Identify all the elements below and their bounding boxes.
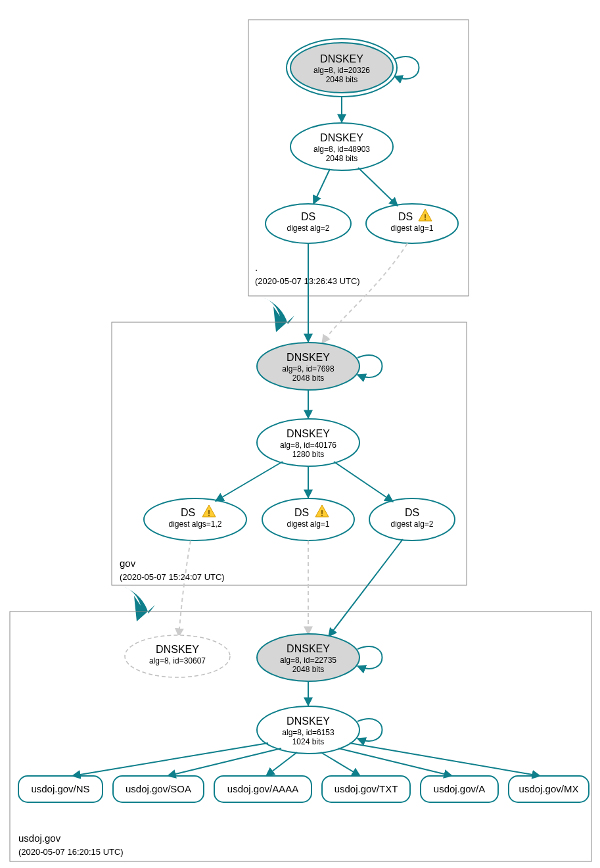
svg-text:!: !: [424, 213, 427, 222]
svg-text:usdoj.gov/NS: usdoj.gov/NS: [31, 783, 89, 794]
rrset-a[interactable]: usdoj.gov/A: [421, 776, 498, 802]
svg-text:usdoj.gov/SOA: usdoj.gov/SOA: [126, 783, 191, 794]
rrset-soa[interactable]: usdoj.gov/SOA: [113, 776, 204, 802]
svg-text:DS: DS: [405, 507, 419, 518]
svg-text:DNSKEY: DNSKEY: [287, 428, 330, 439]
svg-text:(2020-05-07 15:24:07 UTC): (2020-05-07 15:24:07 UTC): [120, 572, 225, 582]
svg-text:alg=8, id=48903: alg=8, id=48903: [313, 145, 370, 154]
svg-text:!: !: [208, 509, 210, 518]
svg-text:DS: DS: [398, 211, 413, 222]
edge-zsk-txt: [321, 752, 360, 776]
svg-text:alg=8, id=6153: alg=8, id=6153: [282, 728, 335, 737]
node-root-ds1[interactable]: DS digest alg=1 !: [366, 204, 458, 243]
node-gov-ksk[interactable]: DNSKEY alg=8, id=7698 2048 bits: [257, 343, 359, 390]
dnssec-graph: . (2020-05-07 13:26:43 UTC) DNSKEY alg=8…: [0, 0, 600, 868]
node-gov-ds12[interactable]: DS digest algs=1,2 !: [144, 498, 246, 541]
node-usdoj-ksk[interactable]: DNSKEY alg=8, id=22735 2048 bits: [257, 634, 359, 681]
svg-text:2048 bits: 2048 bits: [326, 154, 358, 163]
svg-text:digest algs=1,2: digest algs=1,2: [168, 519, 221, 529]
svg-text:DNSKEY: DNSKEY: [287, 715, 330, 727]
edge-root-zsk-ds1: [358, 168, 398, 206]
rrset-aaaa[interactable]: usdoj.gov/AAAA: [214, 776, 312, 802]
zone-root-timestamp: (2020-05-07 13:26:43 UTC): [255, 276, 360, 286]
svg-text:digest alg=1: digest alg=1: [390, 224, 433, 233]
svg-text:alg=8, id=40176: alg=8, id=40176: [280, 441, 336, 450]
svg-text:usdoj.gov/TXT: usdoj.gov/TXT: [335, 783, 398, 794]
node-gov-ds2[interactable]: DS digest alg=2: [369, 498, 455, 541]
edge-usdoj-ksk-self: [358, 646, 382, 669]
rrset-txt[interactable]: usdoj.gov/TXT: [322, 776, 410, 802]
edge-root-ds1-gov-ksk: [322, 243, 407, 343]
svg-text:1280 bits: 1280 bits: [292, 450, 325, 459]
node-gov-ds1[interactable]: DS digest alg=1 !: [262, 498, 354, 541]
svg-text:2048 bits: 2048 bits: [292, 374, 325, 383]
svg-text:digest alg=2: digest alg=2: [390, 519, 433, 529]
edge-zsk-soa: [168, 748, 281, 776]
svg-text:1024 bits: 1024 bits: [292, 737, 325, 746]
edge-gov-ds12-ghost: [179, 541, 191, 637]
rrset-mx[interactable]: usdoj.gov/MX: [509, 776, 589, 802]
node-gov-zsk[interactable]: DNSKEY alg=8, id=40176 1280 bits: [257, 419, 359, 466]
svg-text:DS: DS: [301, 211, 315, 222]
edge-gov-ksk-self: [358, 355, 382, 377]
edge-root-zsk-ds2: [313, 169, 330, 204]
edge-gov-zsk-ds2: [334, 462, 393, 502]
rrset-ns[interactable]: usdoj.gov/NS: [18, 776, 103, 802]
svg-text:DNSKEY: DNSKEY: [320, 132, 363, 143]
svg-text:usdoj.gov/AAAA: usdoj.gov/AAAA: [227, 783, 298, 794]
svg-text:digest alg=2: digest alg=2: [287, 224, 329, 233]
svg-text:alg=8, id=7698: alg=8, id=7698: [282, 364, 335, 374]
svg-text:DNSKEY: DNSKEY: [287, 352, 330, 363]
svg-text:DNSKEY: DNSKEY: [156, 644, 199, 655]
edge-zsk-a: [338, 748, 452, 776]
svg-text:!: !: [321, 509, 323, 518]
node-root-zsk[interactable]: DNSKEY alg=8, id=48903 2048 bits: [290, 123, 393, 170]
node-root-ds2[interactable]: DS digest alg=2: [265, 204, 351, 243]
svg-text:usdoj.gov/MX: usdoj.gov/MX: [519, 783, 579, 794]
edge-zsk-ns: [72, 743, 268, 776]
zone-usdoj-label: usdoj.gov: [18, 832, 61, 844]
svg-text:alg=8, id=22735: alg=8, id=22735: [280, 656, 336, 665]
edge-gov-ds2-usdoj-ksk: [329, 539, 403, 637]
node-usdoj-ghost[interactable]: DNSKEY alg=8, id=30607: [125, 635, 230, 677]
svg-text:alg=8, id=20326: alg=8, id=20326: [313, 66, 370, 75]
svg-text:DNSKEY: DNSKEY: [320, 53, 363, 64]
zone-gov-label: gov: [120, 558, 136, 569]
svg-text:digest alg=1: digest alg=1: [287, 519, 329, 529]
svg-text:2048 bits: 2048 bits: [292, 665, 325, 674]
edge-zsk-mx: [350, 743, 540, 776]
svg-text:DS: DS: [294, 507, 309, 518]
node-root-ksk[interactable]: DNSKEY alg=8, id=20326 2048 bits: [287, 39, 397, 97]
node-usdoj-zsk[interactable]: DNSKEY alg=8, id=6153 1024 bits: [257, 706, 359, 754]
zone-arrow-gov-usdoj: [124, 587, 155, 621]
edge-gov-zsk-ds12: [216, 462, 283, 501]
svg-text:DS: DS: [181, 507, 195, 518]
svg-text:2048 bits: 2048 bits: [326, 75, 358, 84]
edge-usdoj-zsk-self: [358, 719, 382, 741]
svg-text:usdoj.gov/A: usdoj.gov/A: [434, 783, 485, 794]
edge-zsk-aaaa: [266, 752, 297, 776]
svg-text:(2020-05-07 16:20:15 UTC): (2020-05-07 16:20:15 UTC): [18, 847, 124, 857]
zone-root-label: .: [255, 262, 258, 273]
svg-text:alg=8, id=30607: alg=8, id=30607: [149, 656, 206, 665]
edge-root-ksk-self: [394, 57, 419, 79]
zone-arrow-root-gov: [263, 297, 294, 332]
svg-text:DNSKEY: DNSKEY: [287, 643, 330, 654]
